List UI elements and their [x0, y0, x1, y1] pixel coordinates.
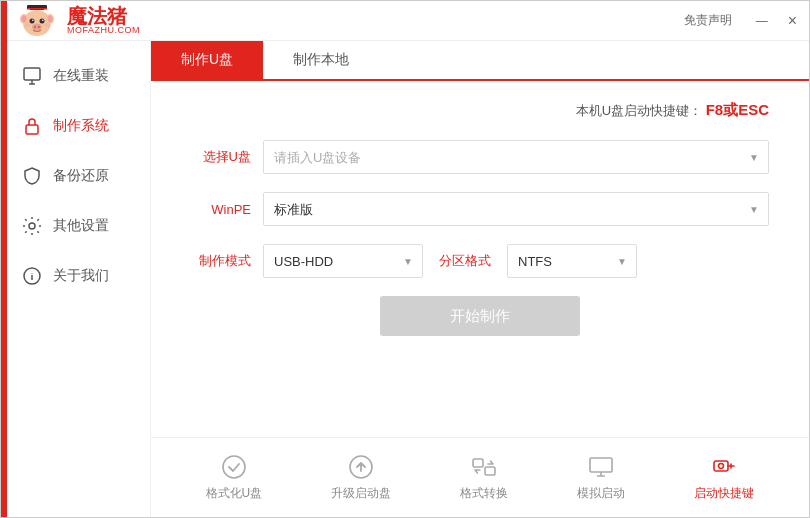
svg-rect-26	[714, 461, 728, 471]
start-button[interactable]: 开始制作	[380, 296, 580, 336]
title-bar-controls: 免责声明 — ×	[680, 10, 797, 31]
minimize-button[interactable]: —	[752, 12, 772, 30]
logo-area: 魔法猪 MOFAZHU.COM	[13, 3, 140, 39]
toolbar-item-simulate-boot[interactable]: 模拟启动	[567, 447, 635, 508]
close-button[interactable]: ×	[788, 12, 797, 30]
usb-select-control: 请插入U盘设备	[263, 140, 769, 174]
sidebar-label-online-reinstall: 在线重装	[53, 67, 109, 85]
tab-make-local[interactable]: 制作本地	[263, 41, 379, 79]
sidebar-item-about-us[interactable]: 关于我们	[1, 251, 150, 301]
logo-text: 魔法猪 MOFAZHU.COM	[67, 6, 140, 35]
toolbar-label-boot-shortcut: 启动快捷键	[694, 485, 754, 502]
mode-select-wrapper: USB-HDD USB-ZIP USB-FDD	[263, 244, 423, 278]
svg-point-10	[42, 19, 44, 21]
toolbar-label-format-usb: 格式化U盘	[206, 485, 263, 502]
toolbar-item-format-usb[interactable]: 格式化U盘	[196, 447, 273, 508]
winpe-select[interactable]: 标准版 高级版	[263, 192, 769, 226]
logo-pig-icon	[13, 3, 61, 39]
sidebar-label-make-system: 制作系统	[53, 117, 109, 135]
svg-point-13	[38, 25, 40, 27]
hotkey-prefix: 本机U盘启动快捷键：	[576, 103, 702, 118]
panel-content: 本机U盘启动快捷键： F8或ESC 选择U盘 请插入U盘设备	[151, 81, 809, 437]
svg-point-27	[719, 464, 724, 469]
toolbar-label-upgrade-boot: 升级启动盘	[331, 485, 391, 502]
toolbar-item-boot-shortcut[interactable]: 启动快捷键	[684, 447, 764, 508]
lock-icon	[21, 115, 43, 137]
check-circle-icon	[220, 453, 248, 481]
svg-point-12	[34, 25, 36, 27]
mode-partition-row: 制作模式 USB-HDD USB-ZIP USB-FDD 分区格式	[191, 244, 769, 278]
bottom-toolbar: 格式化U盘 升级启动盘	[151, 437, 809, 517]
toolbar-label-format-convert: 格式转换	[460, 485, 508, 502]
hotkey-hint: 本机U盘启动快捷键： F8或ESC	[191, 101, 769, 120]
title-bar: 魔法猪 MOFAZHU.COM 免责声明 — ×	[1, 1, 809, 41]
svg-point-19	[29, 223, 35, 229]
svg-point-8	[40, 18, 45, 23]
gear-icon	[21, 215, 43, 237]
convert-icon	[470, 453, 498, 481]
svg-rect-16	[27, 8, 47, 10]
disclaimer-button[interactable]: 免责声明	[680, 10, 736, 31]
shield-icon	[21, 165, 43, 187]
svg-point-21	[223, 456, 245, 478]
svg-point-5	[22, 15, 27, 22]
sidebar-item-other-settings[interactable]: 其他设置	[1, 201, 150, 251]
svg-point-9	[32, 19, 34, 21]
key-icon	[710, 453, 738, 481]
sidebar-item-make-system[interactable]: 制作系统	[1, 101, 150, 151]
monitor-icon	[21, 65, 43, 87]
winpe-label: WinPE	[191, 202, 263, 217]
logo-sub-text: MOFAZHU.COM	[67, 26, 140, 35]
tabs-bar: 制作U盘 制作本地	[151, 41, 809, 81]
logo-main-text: 魔法猪	[67, 6, 140, 26]
sidebar-label-other-settings: 其他设置	[53, 217, 109, 235]
sidebar-label-about-us: 关于我们	[53, 267, 109, 285]
usb-select-wrapper: 请插入U盘设备	[263, 140, 769, 174]
svg-rect-23	[473, 459, 483, 467]
partition-select-wrapper: NTFS FAT32 exFAT	[507, 244, 637, 278]
start-btn-row: 开始制作	[191, 296, 769, 336]
svg-rect-18	[26, 125, 38, 134]
desktop-icon	[587, 453, 615, 481]
svg-point-11	[32, 23, 42, 30]
sidebar-item-online-reinstall[interactable]: 在线重装	[1, 51, 150, 101]
svg-point-7	[30, 18, 35, 23]
sidebar-label-backup-restore: 备份还原	[53, 167, 109, 185]
winpe-row: WinPE 标准版 高级版	[191, 192, 769, 226]
mode-select[interactable]: USB-HDD USB-ZIP USB-FDD	[263, 244, 423, 278]
usb-select-row: 选择U盘 请插入U盘设备	[191, 140, 769, 174]
main-window: 魔法猪 MOFAZHU.COM 免责声明 — × 在线重装	[0, 0, 810, 518]
svg-point-6	[48, 15, 53, 22]
toolbar-item-upgrade-boot[interactable]: 升级启动盘	[321, 447, 401, 508]
svg-rect-25	[590, 458, 612, 472]
toolbar-item-format-convert[interactable]: 格式转换	[450, 447, 518, 508]
svg-rect-17	[24, 68, 40, 80]
upload-circle-icon	[347, 453, 375, 481]
winpe-control: 标准版 高级版	[263, 192, 769, 226]
content-area: 在线重装 制作系统 备份还原	[1, 41, 809, 517]
partition-label: 分区格式	[439, 252, 491, 270]
partition-select[interactable]: NTFS FAT32 exFAT	[507, 244, 637, 278]
mode-label: 制作模式	[191, 252, 263, 270]
main-panel: 制作U盘 制作本地 本机U盘启动快捷键： F8或ESC 选择U盘 请插入U盘设	[151, 41, 809, 517]
info-icon	[21, 265, 43, 287]
winpe-select-wrapper: 标准版 高级版	[263, 192, 769, 226]
svg-rect-24	[485, 467, 495, 475]
hotkey-value: F8或ESC	[706, 101, 769, 118]
split-controls: USB-HDD USB-ZIP USB-FDD 分区格式 NTFS FAT32 …	[263, 244, 769, 278]
tab-make-usb[interactable]: 制作U盘	[151, 41, 263, 79]
usb-select[interactable]: 请插入U盘设备	[263, 140, 769, 174]
svg-point-15	[44, 23, 50, 27]
usb-label: 选择U盘	[191, 148, 263, 166]
svg-point-14	[24, 23, 30, 27]
sidebar: 在线重装 制作系统 备份还原	[1, 41, 151, 517]
sidebar-item-backup-restore[interactable]: 备份还原	[1, 151, 150, 201]
toolbar-label-simulate-boot: 模拟启动	[577, 485, 625, 502]
